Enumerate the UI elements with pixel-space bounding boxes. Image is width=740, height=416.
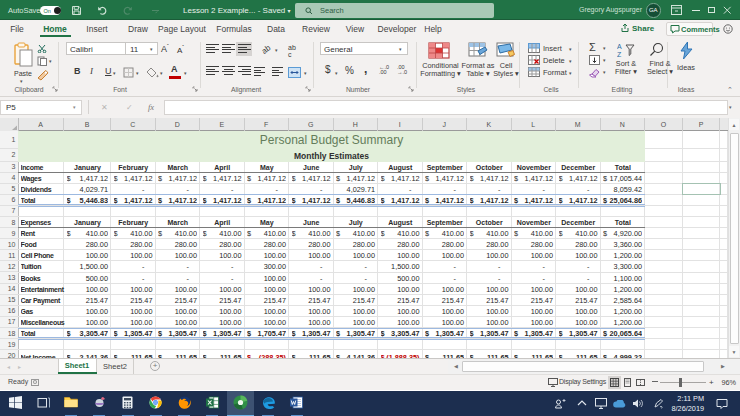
svg-text:A: A — [617, 43, 622, 50]
svg-text:Z: Z — [617, 51, 622, 58]
